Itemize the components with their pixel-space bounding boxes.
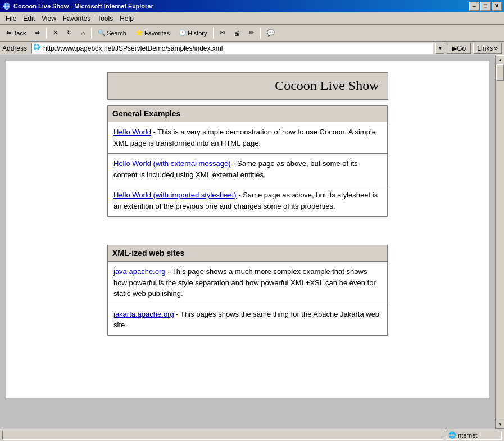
history-icon: 🕐: [179, 29, 187, 37]
menu-favorites[interactable]: Favorites: [60, 14, 94, 24]
page-sections-cell: General Examples Hello World - This is a…: [107, 100, 388, 350]
forward-button[interactable]: ➡: [31, 26, 44, 40]
go-button[interactable]: ▶ Go: [447, 43, 471, 54]
hello-world-external-link[interactable]: Hello World (with external message): [113, 159, 231, 168]
page-icon: 🌐: [33, 44, 42, 53]
main-content: Cocoon Live Show General Examples: [6, 61, 489, 398]
hello-world-external-row: Hello World (with external message) - Sa…: [108, 154, 388, 185]
back-button[interactable]: ⬅ Back: [2, 26, 30, 40]
stop-button[interactable]: ✕: [49, 26, 62, 40]
back-icon: ⬅: [6, 29, 11, 37]
links-button[interactable]: Links »: [473, 43, 502, 54]
hello-world-link[interactable]: Hello World: [113, 128, 151, 136]
xmlized-sites-header: XML-ized web sites: [108, 245, 388, 262]
menu-edit[interactable]: Edit: [20, 14, 38, 24]
search-button[interactable]: 🔍 Search: [94, 26, 130, 40]
stop-icon: ✕: [53, 29, 58, 37]
xmlized-section-container: XML-ized web sites java.apache.org - Thi…: [107, 239, 388, 350]
address-label: Address: [2, 44, 27, 52]
links-arrow-icon: »: [494, 44, 498, 52]
address-input-wrapper: 🌐: [31, 43, 433, 54]
home-icon: ⌂: [81, 30, 85, 37]
address-input[interactable]: [43, 44, 432, 52]
menu-help[interactable]: Help: [116, 14, 137, 24]
forward-icon: ➡: [35, 29, 40, 37]
jakarta-apache-link[interactable]: jakarta.apache.org: [113, 310, 174, 318]
window-title: Cocoon Live Show - Microsoft Internet Ex…: [13, 3, 469, 10]
print-button[interactable]: 🖨: [230, 26, 244, 40]
go-label: Go: [457, 44, 466, 52]
page-title-cell: Cocoon Live Show: [107, 73, 388, 100]
favorites-icon: ⭐: [135, 29, 143, 37]
general-section-container: General Examples Hello World - This is a…: [107, 100, 388, 231]
mail-button[interactable]: ✉: [216, 26, 229, 40]
search-label: Search: [107, 30, 126, 37]
scroll-up-button[interactable]: ▲: [496, 55, 504, 64]
favorites-label: Favorites: [144, 30, 170, 37]
history-label: History: [188, 30, 207, 37]
history-button[interactable]: 🕐 History: [175, 26, 211, 40]
refresh-icon: ↻: [67, 29, 72, 37]
menu-view[interactable]: View: [38, 14, 60, 24]
separator-4: [260, 28, 261, 39]
menu-tools[interactable]: Tools: [94, 14, 116, 24]
back-label: Back: [12, 30, 26, 37]
scroll-down-button[interactable]: ▼: [496, 420, 504, 429]
address-bar: Address 🌐 ▼ ▶ Go Links »: [0, 42, 504, 55]
toolbar: ⬅ Back ➡ ✕ ↻ ⌂ 🔍 Search ⭐ Favorites 🕐 Hi…: [0, 25, 504, 42]
search-icon: 🔍: [98, 29, 106, 37]
zone-icon: 🌐: [448, 431, 456, 439]
mail-icon: ✉: [220, 29, 225, 37]
status-zone-panel: 🌐 Internet: [446, 431, 502, 440]
favorites-button[interactable]: ⭐ Favorites: [131, 26, 174, 40]
content-area: Cocoon Live Show General Examples: [0, 55, 504, 429]
scroll-track[interactable]: [496, 64, 504, 420]
hello-world-row: Hello World - This is a very simple demo…: [108, 122, 388, 154]
edit-icon: ✏: [249, 29, 254, 37]
separator-2: [91, 28, 92, 39]
status-main-panel: [2, 431, 443, 440]
close-button[interactable]: ✕: [492, 2, 502, 11]
scrollbar[interactable]: ▲ ▼: [495, 55, 504, 429]
title-bar: Cocoon Live Show - Microsoft Internet Ex…: [0, 0, 504, 12]
maximize-button[interactable]: □: [480, 2, 491, 11]
print-icon: 🖨: [234, 30, 240, 37]
java-apache-link[interactable]: java.apache.org: [113, 267, 166, 276]
status-zone-text: Internet: [456, 432, 477, 439]
separator-1: [46, 28, 47, 39]
general-examples-header: General Examples: [108, 106, 388, 122]
status-bar: 🌐 Internet: [0, 429, 504, 441]
go-arrow-icon: ▶: [452, 44, 457, 52]
edit-button[interactable]: ✏: [245, 26, 258, 40]
separator-3: [213, 28, 214, 39]
address-dropdown[interactable]: ▼: [435, 43, 444, 54]
links-label: Links: [477, 44, 493, 52]
page-table: Cocoon Live Show General Examples: [107, 72, 388, 350]
hello-world-stylesheet-link[interactable]: Hello World (with imported stylesheet): [113, 191, 237, 199]
minimize-button[interactable]: ─: [469, 2, 479, 11]
page-content[interactable]: Cocoon Live Show General Examples: [0, 55, 495, 429]
home-button[interactable]: ⌂: [77, 26, 89, 40]
section-spacer: [107, 231, 388, 239]
menu-file[interactable]: File: [2, 14, 20, 24]
scroll-thumb[interactable]: [496, 64, 504, 81]
xmlized-sites-table: XML-ized web sites java.apache.org - Thi…: [107, 245, 388, 336]
discuss-icon: 💬: [267, 29, 275, 37]
hello-world-stylesheet-row: Hello World (with imported stylesheet) -…: [108, 185, 388, 217]
jakarta-apache-row: jakarta.apache.org - This pages shows th…: [108, 304, 388, 335]
app-icon: [2, 2, 11, 11]
page-title: Cocoon Live Show: [275, 78, 379, 93]
refresh-button[interactable]: ↻: [63, 26, 76, 40]
java-apache-row: java.apache.org - This page shows a much…: [108, 262, 388, 304]
general-examples-table: General Examples Hello World - This is a…: [107, 105, 388, 217]
menu-bar: File Edit View Favorites Tools Help: [0, 12, 504, 25]
hello-world-description: - This is a very simple demonstration of…: [113, 128, 376, 147]
window-controls: ─ □ ✕: [469, 2, 502, 11]
discuss-button[interactable]: 💬: [263, 26, 279, 40]
